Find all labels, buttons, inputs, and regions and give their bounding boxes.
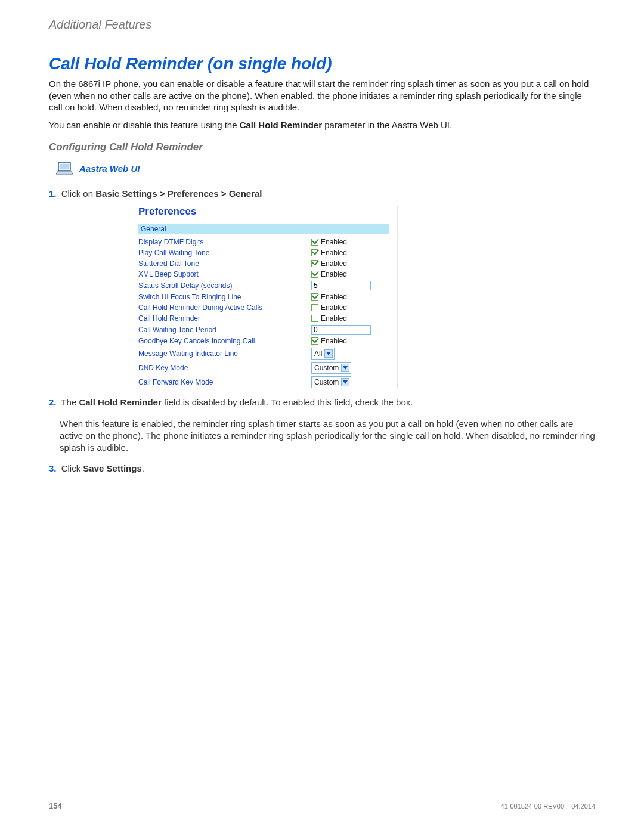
- aastra-web-ui-box: Aastra Web UI: [49, 157, 595, 179]
- pref-row: Message Waiting Indicator LineAll: [138, 346, 389, 361]
- intro2-part-c: parameter in the Aastra Web UI.: [322, 120, 452, 130]
- doc-revision: 41-001524-00 REV00 – 04.2014: [501, 803, 595, 810]
- checkbox-label: Enabled: [321, 314, 347, 323]
- checkbox-label: Enabled: [321, 249, 347, 257]
- chevron-down-icon: [341, 364, 349, 372]
- select-value: Custom: [314, 364, 339, 372]
- pref-row: Call Forward Key ModeCustom: [138, 375, 389, 389]
- pref-row: Status Scroll Delay (seconds): [138, 280, 389, 292]
- pref-label: Call Forward Key Mode: [138, 378, 311, 386]
- checkbox[interactable]: [311, 337, 318, 345]
- chevron-down-icon: [341, 378, 349, 386]
- pref-control: Enabled: [311, 238, 389, 246]
- pref-label: Call Hold Reminder During Active Calls: [138, 304, 311, 312]
- configuring-subhead: Configuring Call Hold Reminder: [49, 141, 595, 153]
- step-2-text-a: The: [61, 397, 79, 407]
- step-1-text-b: Basic Settings > Preferences > General: [95, 188, 262, 199]
- pref-row: Stuttered Dial ToneEnabled: [138, 258, 389, 269]
- checkbox[interactable]: [311, 260, 318, 267]
- pref-label: Call Waiting Tone Period: [138, 326, 311, 334]
- intro-paragraph-2: You can enable or disable this feature u…: [49, 119, 595, 131]
- pref-label: Status Scroll Delay (seconds): [138, 281, 311, 290]
- section-header: Additional Features: [49, 18, 595, 32]
- pref-row: Call Hold Reminder During Active CallsEn…: [138, 302, 389, 313]
- page-number: 154: [49, 801, 62, 810]
- aastra-web-ui-label: Aastra Web UI: [79, 163, 140, 174]
- pref-label: DND Key Mode: [138, 364, 311, 372]
- step-3-text-a: Click: [61, 463, 83, 473]
- select-dropdown[interactable]: Custom: [311, 376, 351, 388]
- step-1-text-a: Click on: [61, 188, 96, 199]
- intro2-bold: Call Hold Reminder: [240, 120, 322, 130]
- pref-label: Stuttered Dial Tone: [138, 259, 311, 268]
- pref-control: [311, 325, 389, 335]
- pref-control: Enabled: [311, 337, 389, 345]
- checkbox-label: Enabled: [321, 270, 347, 278]
- pref-row: Play Call Waiting ToneEnabled: [138, 247, 389, 258]
- checkbox-label: Enabled: [321, 259, 347, 268]
- svg-rect-1: [60, 164, 69, 169]
- checkbox-label: Enabled: [321, 238, 347, 246]
- pref-label: Call Hold Reminder: [138, 314, 311, 323]
- pref-control: [311, 281, 389, 290]
- page-footer: 154 41-001524-00 REV00 – 04.2014: [49, 801, 595, 810]
- pref-control: Custom: [311, 362, 389, 374]
- pref-control: Enabled: [311, 293, 389, 301]
- pref-control: All: [311, 348, 389, 360]
- step-1: 1. Click on Basic Settings > Preferences…: [49, 188, 595, 200]
- pref-row: DND Key ModeCustom: [138, 361, 389, 375]
- checkbox[interactable]: [311, 293, 318, 301]
- step-3-number: 3.: [49, 463, 57, 473]
- step-3-text-b: Save Settings: [83, 463, 141, 473]
- preferences-panel: Preferences General Display DTMF DigitsE…: [138, 206, 398, 389]
- pref-control: Custom: [311, 376, 389, 388]
- select-dropdown[interactable]: All: [311, 348, 335, 360]
- select-dropdown[interactable]: Custom: [311, 362, 351, 374]
- checkbox-label: Enabled: [321, 304, 347, 312]
- step-2-body: When this feature is enabled, the remind…: [60, 418, 595, 454]
- pref-label: XML Beep Support: [138, 270, 311, 278]
- general-section-bar: General: [138, 224, 389, 234]
- pref-row: Call Hold ReminderEnabled: [138, 313, 389, 324]
- checkbox[interactable]: [311, 249, 318, 256]
- text-input[interactable]: [311, 325, 371, 335]
- text-input[interactable]: [311, 281, 371, 290]
- page-title: Call Hold Reminder (on single hold): [49, 54, 595, 73]
- pref-control: Enabled: [311, 314, 389, 323]
- select-value: All: [314, 349, 322, 358]
- step-3: 3. Click Save Settings.: [49, 463, 595, 475]
- pref-row: Goodbye Key Cancels Incoming CallEnabled: [138, 336, 389, 346]
- intro2-part-a: You can enable or disable this feature u…: [49, 120, 240, 130]
- step-2-number: 2.: [49, 397, 57, 407]
- checkbox[interactable]: [311, 239, 318, 246]
- checkbox[interactable]: [311, 315, 318, 322]
- pref-label: Message Waiting Indicator Line: [138, 349, 311, 358]
- pref-label: Goodbye Key Cancels Incoming Call: [138, 337, 311, 345]
- pref-row: Display DTMF DigitsEnabled: [138, 237, 389, 247]
- pref-row: XML Beep SupportEnabled: [138, 269, 389, 280]
- pref-label: Switch UI Focus To Ringing Line: [138, 293, 311, 301]
- pref-control: Enabled: [311, 259, 389, 268]
- checkbox[interactable]: [311, 304, 318, 311]
- pref-label: Play Call Waiting Tone: [138, 249, 311, 257]
- step-1-number: 1.: [49, 188, 57, 199]
- pref-row: Call Waiting Tone Period: [138, 324, 389, 336]
- chevron-down-icon: [324, 349, 333, 358]
- checkbox[interactable]: [311, 271, 318, 278]
- select-value: Custom: [314, 378, 339, 386]
- laptop-icon: [55, 161, 73, 175]
- pref-control: Enabled: [311, 249, 389, 257]
- pref-row: Switch UI Focus To Ringing LineEnabled: [138, 292, 389, 302]
- step-2-text-c: field is disabled by default. To enabled…: [162, 397, 413, 407]
- step-2-text-b: Call Hold Reminder: [79, 397, 161, 407]
- pref-label: Display DTMF Digits: [138, 238, 311, 246]
- pref-control: Enabled: [311, 304, 389, 312]
- checkbox-label: Enabled: [321, 293, 347, 301]
- pref-control: Enabled: [311, 270, 389, 278]
- checkbox-label: Enabled: [321, 337, 347, 345]
- intro-paragraph-1: On the 6867i IP phone, you can enable or…: [49, 78, 595, 113]
- step-2: 2. The Call Hold Reminder field is disab…: [49, 397, 595, 408]
- preferences-title: Preferences: [138, 206, 389, 218]
- step-3-text-c: .: [142, 463, 144, 473]
